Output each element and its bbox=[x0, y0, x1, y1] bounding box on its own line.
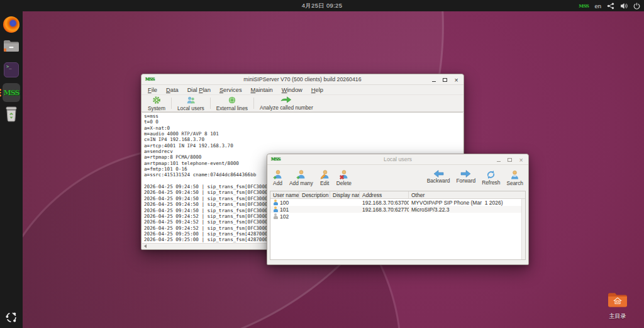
column-header-description[interactable]: Description bbox=[299, 191, 330, 198]
desktop: 4月25日 09:25 MSS en bbox=[0, 0, 644, 328]
table-cell: MYVOIPAPP SIP Phone (Mar 1 2026) bbox=[409, 199, 525, 206]
column-header-display-name[interactable]: Display name bbox=[330, 191, 360, 198]
forward-arrow-icon bbox=[460, 170, 471, 178]
forward-button[interactable]: Forward bbox=[456, 170, 475, 184]
menu-bar: FileDataDial PlanServicesMaintainWindowH… bbox=[142, 85, 464, 94]
minimize-button[interactable] bbox=[496, 156, 501, 164]
registered-user-icon bbox=[273, 200, 278, 205]
volume-icon[interactable] bbox=[620, 3, 628, 9]
dock-item-terminal[interactable]: >_ bbox=[3, 61, 20, 79]
external-lines-button[interactable]: External lines bbox=[212, 96, 252, 111]
toolbar-left-group: Add Add many bbox=[272, 169, 352, 186]
main-window-controls: × bbox=[431, 74, 459, 85]
search-button[interactable]: Search bbox=[506, 170, 523, 186]
table-cell bbox=[360, 213, 409, 220]
window-mss-icon: MSS bbox=[271, 157, 280, 162]
local-users-button[interactable]: Local users bbox=[173, 96, 209, 111]
menu-maintain[interactable]: Maintain bbox=[247, 86, 277, 94]
dock-item-minisipserver[interactable]: MSS bbox=[3, 84, 20, 101]
table-cell: MicroSIP/3.22.3 bbox=[409, 206, 525, 213]
table-vertical-scrollbar[interactable] bbox=[521, 199, 525, 259]
table-header: User name Description Display name Addre… bbox=[270, 191, 525, 199]
column-header-user-name[interactable]: User name bbox=[270, 191, 299, 198]
maximize-button[interactable] bbox=[507, 156, 513, 164]
toolbar-right-group: Backward Forward bbox=[427, 170, 523, 186]
table-cell: 100 bbox=[270, 199, 299, 206]
add-many-users-icon bbox=[296, 169, 306, 180]
window-mss-icon: MSS bbox=[145, 77, 155, 82]
delete-user-icon bbox=[338, 169, 349, 180]
table-row-user-101[interactable]: 101192.168.3.70:62770MicroSIP/3.22.3 bbox=[270, 206, 525, 213]
local-users-title-bar[interactable]: MSS Local users × bbox=[267, 154, 528, 165]
dock-item-trash[interactable] bbox=[3, 106, 20, 124]
table-cell: 101 bbox=[270, 206, 299, 213]
table-cell bbox=[330, 206, 360, 213]
add-user-icon bbox=[272, 169, 283, 180]
menu-services[interactable]: Services bbox=[215, 86, 247, 94]
backward-button[interactable]: Backward bbox=[427, 170, 450, 184]
scroll-left-arrow-icon[interactable] bbox=[144, 244, 147, 248]
dock-item-files[interactable] bbox=[3, 38, 20, 56]
add-many-button[interactable]: Add many bbox=[289, 169, 313, 186]
table-cell: 192.168.3.70:63700 bbox=[360, 199, 409, 206]
table-cell bbox=[299, 213, 330, 220]
gear-icon bbox=[152, 96, 161, 105]
unregistered-user-icon bbox=[273, 213, 278, 219]
clock[interactable]: 4月25日 09:25 bbox=[302, 2, 343, 10]
edit-user-icon bbox=[319, 169, 330, 180]
close-button[interactable]: × bbox=[518, 156, 524, 164]
add-button[interactable]: Add bbox=[272, 169, 283, 186]
analyze-called-number-button[interactable]: Analyze called number bbox=[255, 96, 318, 111]
toolbar-separator bbox=[210, 98, 211, 109]
menu-help[interactable]: Help bbox=[307, 86, 328, 94]
delete-button[interactable]: Delete bbox=[336, 169, 352, 186]
search-user-icon bbox=[510, 170, 519, 180]
users-icon bbox=[186, 96, 196, 105]
show-applications-button[interactable] bbox=[0, 311, 23, 324]
file-manager-icon bbox=[3, 39, 19, 55]
refresh-icon bbox=[486, 170, 496, 179]
table-cell bbox=[409, 213, 525, 220]
registered-user-icon bbox=[273, 206, 278, 212]
dock: >_ MSS bbox=[0, 11, 23, 328]
top-bar: 4月25日 09:25 MSS en bbox=[0, 0, 644, 11]
toolbar-separator bbox=[171, 98, 172, 109]
network-share-icon[interactable] bbox=[607, 3, 614, 9]
menu-window[interactable]: Window bbox=[277, 86, 307, 94]
table-cell bbox=[330, 213, 360, 220]
terminal-icon: >_ bbox=[4, 62, 19, 77]
app-grid-icon bbox=[5, 311, 18, 324]
local-users-window-controls: × bbox=[496, 154, 524, 165]
table-cell bbox=[299, 206, 330, 213]
maximize-button[interactable] bbox=[442, 76, 448, 84]
minimize-button[interactable] bbox=[431, 76, 436, 84]
home-folder-icon bbox=[607, 291, 628, 311]
main-title-bar[interactable]: MSS miniSIPServer V70 (500 clients) buil… bbox=[142, 74, 464, 85]
table-cell: 192.168.3.70:62770 bbox=[360, 206, 409, 213]
keyboard-layout-indicator[interactable]: en bbox=[594, 3, 601, 9]
table-cell bbox=[299, 199, 330, 206]
green-arrow-icon bbox=[280, 96, 292, 104]
table-row-user-102[interactable]: 102 bbox=[270, 213, 525, 220]
table-row-user-100[interactable]: 100192.168.3.70:63700MYVOIPAPP SIP Phone… bbox=[270, 199, 525, 206]
system-tray: MSS en bbox=[579, 3, 640, 9]
close-button[interactable]: × bbox=[453, 76, 459, 84]
local-users-toolbar: Add Add many bbox=[267, 165, 528, 189]
globe-icon bbox=[228, 96, 236, 105]
column-header-address[interactable]: Address bbox=[360, 191, 409, 198]
main-toolbar: System Local users bbox=[142, 94, 464, 112]
edit-button[interactable]: Edit bbox=[319, 169, 330, 186]
power-icon[interactable] bbox=[633, 3, 640, 9]
menu-file[interactable]: File bbox=[143, 86, 162, 94]
mss-tray-icon[interactable]: MSS bbox=[579, 3, 589, 9]
menu-data[interactable]: Data bbox=[162, 86, 183, 94]
dock-item-firefox[interactable] bbox=[3, 16, 20, 33]
menu-dial-plan[interactable]: Dial Plan bbox=[183, 86, 215, 94]
column-header-other[interactable]: Other bbox=[409, 191, 525, 198]
table-cell: 102 bbox=[270, 213, 299, 220]
refresh-button[interactable]: Refresh bbox=[482, 170, 500, 186]
home-folder-desktop-icon[interactable]: 主目录 bbox=[601, 291, 634, 320]
trash-icon bbox=[4, 106, 19, 125]
back-arrow-icon bbox=[433, 170, 444, 178]
system-button[interactable]: System bbox=[143, 96, 170, 111]
